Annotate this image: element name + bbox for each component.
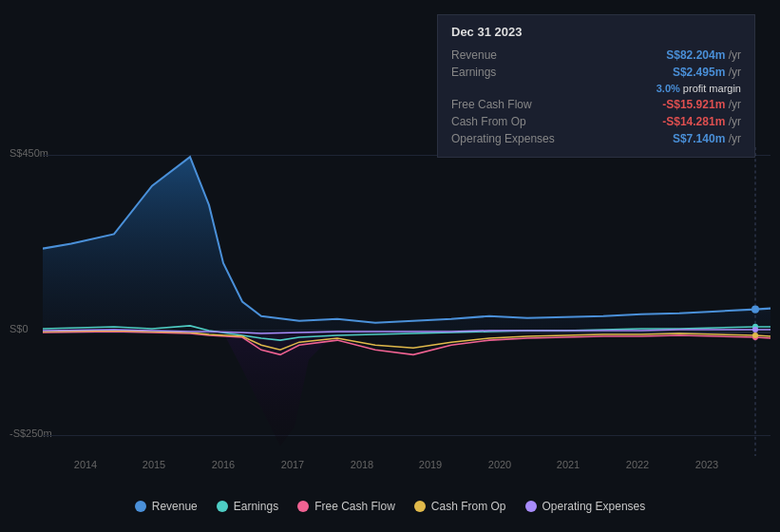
y-label-mid: S$0 — [10, 323, 29, 334]
fcf-line — [43, 332, 770, 354]
tooltip-label-earnings: Earnings — [451, 66, 575, 79]
legend-label-fcf: Free Cash Flow — [314, 500, 395, 513]
chart-svg-area — [43, 147, 770, 456]
legend-label-revenue: Revenue — [152, 500, 198, 513]
chart-legend: Revenue Earnings Free Cash Flow Cash Fro… — [0, 492, 780, 521]
x-label-2020: 2020 — [488, 459, 511, 470]
legend-dot-opex — [525, 501, 537, 512]
x-label-2019: 2019 — [419, 459, 442, 470]
tooltip-label-opex: Operating Expenses — [451, 132, 575, 145]
tooltip-row-earnings: Earnings S$2.495m /yr — [451, 64, 741, 81]
legend-label-cashfromop: Cash From Op — [431, 500, 506, 513]
chart-svg — [43, 147, 770, 456]
tooltip-value-fcf: -S$15.921m /yr — [662, 98, 741, 111]
tooltip-date: Dec 31 2023 — [451, 25, 741, 39]
tooltip-value-revenue: S$82.204m /yr — [666, 48, 741, 62]
legend-label-earnings: Earnings — [234, 500, 278, 513]
x-label-2016: 2016 — [212, 459, 235, 470]
x-label-2022: 2022 — [626, 459, 649, 470]
opex-dot — [752, 327, 758, 332]
legend-revenue[interactable]: Revenue — [135, 500, 198, 513]
revenue-area — [43, 157, 770, 332]
legend-earnings[interactable]: Earnings — [217, 500, 278, 513]
tooltip-row-margin: 3.0% profit margin — [451, 81, 741, 96]
cashfromop-dot — [752, 332, 758, 338]
legend-dot-revenue — [135, 501, 146, 512]
tooltip-margin: 3.0% profit margin — [656, 83, 741, 94]
x-label-2017: 2017 — [281, 459, 304, 470]
tooltip-box: Dec 31 2023 Revenue S$82.204m /yr Earnin… — [437, 14, 755, 158]
tooltip-row-opex: Operating Expenses S$7.140m /yr — [451, 130, 741, 147]
x-label-2021: 2021 — [557, 459, 580, 470]
x-label-2015: 2015 — [143, 459, 165, 470]
x-label-2018: 2018 — [351, 459, 373, 470]
tooltip-row-fcf: Free Cash Flow -S$15.921m /yr — [451, 96, 741, 113]
legend-dot-fcf — [297, 501, 309, 512]
tooltip-label-cashfromop: Cash From Op — [451, 115, 575, 128]
tooltip-row-cashfromop: Cash From Op -S$14.281m /yr — [451, 113, 741, 130]
x-label-2014: 2014 — [74, 459, 97, 470]
legend-dot-earnings — [217, 501, 228, 512]
tooltip-value-opex: S$7.140m /yr — [673, 132, 741, 145]
legend-label-opex: Operating Expenses — [542, 500, 646, 513]
legend-fcf[interactable]: Free Cash Flow — [297, 500, 395, 513]
tooltip-label-revenue: Revenue — [451, 48, 575, 62]
tooltip-value-earnings: S$2.495m /yr — [673, 66, 741, 79]
tooltip-row-revenue: Revenue S$82.204m /yr — [451, 47, 741, 64]
legend-dot-cashfromop — [414, 501, 426, 512]
tooltip-value-cashfromop: -S$14.281m /yr — [662, 115, 741, 128]
chart-container: Dec 31 2023 Revenue S$82.204m /yr Earnin… — [0, 0, 780, 532]
legend-opex[interactable]: Operating Expenses — [525, 500, 646, 513]
revenue-dot — [751, 306, 759, 314]
tooltip-label-fcf: Free Cash Flow — [451, 98, 575, 111]
x-label-2023: 2023 — [695, 459, 718, 470]
legend-cashfromop[interactable]: Cash From Op — [414, 500, 506, 513]
